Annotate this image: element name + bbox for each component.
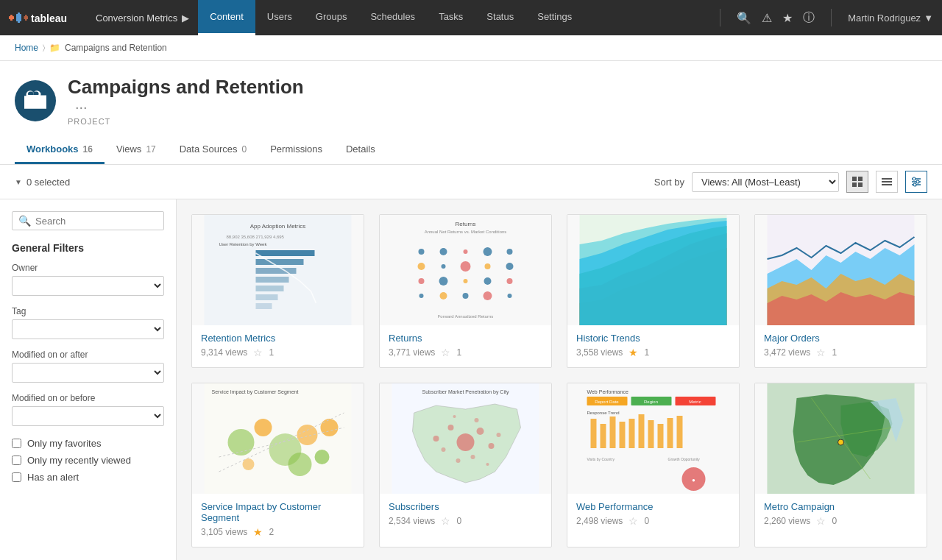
star-button[interactable]: ☆ <box>441 347 450 358</box>
modified-before-select[interactable] <box>12 406 164 426</box>
owner-select[interactable] <box>12 276 164 296</box>
workbook-card[interactable]: Metro Campaign 2,260 views ☆ 0 <box>754 383 927 547</box>
project-ellipsis-menu[interactable]: ··· <box>75 99 88 115</box>
has-alert-checkbox[interactable] <box>12 472 21 482</box>
star-button[interactable]: ☆ <box>628 515 638 527</box>
modified-after-label: Modified on or after <box>12 350 164 360</box>
workbook-card[interactable]: Returns Annual Net Returns vs. Market Co… <box>379 214 552 368</box>
search-icon[interactable]: 🔍 <box>737 11 751 25</box>
svg-rect-29 <box>256 294 278 300</box>
tag-select[interactable] <box>12 319 164 339</box>
svg-rect-103 <box>620 422 626 448</box>
nav-divider <box>720 9 720 26</box>
card-info: Metro Campaign 2,260 views ☆ 0 <box>755 494 927 536</box>
svg-text:Web Performance: Web Performance <box>587 389 628 394</box>
card-title[interactable]: Historic Trends <box>576 333 730 344</box>
recently-viewed-checkbox-item[interactable]: Only my recently viewed <box>12 455 164 466</box>
user-menu-arrow: ▼ <box>924 13 933 24</box>
svg-point-82 <box>471 455 475 459</box>
card-title[interactable]: Subscribers <box>389 501 542 512</box>
breadcrumb-folder-icon: 📁 <box>49 43 60 53</box>
modified-before-group: Modified on or before <box>12 393 164 426</box>
nav-tab-groups[interactable]: Groups <box>304 0 359 35</box>
card-views: 2,534 views <box>389 516 435 526</box>
recently-viewed-checkbox[interactable] <box>12 456 21 465</box>
svg-text:Service Impact by Customer Seg: Service Impact by Customer Segment <box>212 389 299 395</box>
svg-rect-24 <box>256 250 315 256</box>
svg-rect-30 <box>256 303 272 309</box>
favorites-icon[interactable]: ★ <box>782 11 793 25</box>
selected-info[interactable]: ▼ 0 selected <box>15 177 70 188</box>
tab-views[interactable]: Views 17 <box>105 136 168 164</box>
sort-select[interactable]: Views: All (Most–Least) Views: All (Leas… <box>692 172 839 192</box>
star-button[interactable]: ☆ <box>816 347 826 358</box>
workbook-card[interactable]: Service Impact by Customer Segment Se <box>191 383 364 547</box>
card-title[interactable]: Major Orders <box>764 333 918 344</box>
star-button[interactable]: ☆ <box>441 515 450 527</box>
tag-label: Tag <box>12 306 164 316</box>
card-title[interactable]: Metro Campaign <box>764 501 918 512</box>
tab-views-label: Views <box>116 143 141 155</box>
card-meta: 2,534 views ☆ 0 <box>389 515 542 527</box>
info-icon[interactable]: ⓘ <box>803 10 815 26</box>
site-name-label: Conversion Metrics <box>96 13 177 24</box>
tab-workbooks-count: 16 <box>83 144 93 155</box>
checkbox-group: Only my favorites Only my recently viewe… <box>12 438 164 483</box>
card-thumbnail: App Adoption Metrics 88,902 35,608 271,9… <box>192 215 364 325</box>
search-input[interactable] <box>35 216 159 227</box>
modified-before-label: Modified on or before <box>12 393 164 403</box>
card-info: Web Performance 2,498 views ☆ 0 <box>567 494 739 536</box>
user-menu[interactable]: Martin Rodriguez ▼ <box>848 13 933 24</box>
svg-rect-109 <box>677 416 683 448</box>
card-views: 3,105 views <box>201 527 247 537</box>
star-count: 1 <box>456 347 461 358</box>
svg-point-34 <box>419 249 425 255</box>
favorites-checkbox-item[interactable]: Only my favorites <box>12 438 164 449</box>
tab-workbooks[interactable]: Workbooks 16 <box>15 136 105 164</box>
nav-tab-users[interactable]: Users <box>255 0 304 35</box>
tab-details-label: Details <box>346 143 375 155</box>
tableau-logo[interactable]: tableau <box>9 7 75 28</box>
star-button[interactable]: ★ <box>628 347 638 358</box>
star-button[interactable]: ☆ <box>253 347 263 358</box>
workbook-card[interactable]: Web Performance Report Date Region Metri… <box>567 383 740 547</box>
star-count: 0 <box>832 516 837 526</box>
nav-tab-status[interactable]: Status <box>475 0 525 35</box>
svg-rect-107 <box>658 424 664 448</box>
nav-tab-schedules[interactable]: Schedules <box>358 0 427 35</box>
modified-after-select[interactable] <box>12 363 164 383</box>
star-button[interactable]: ☆ <box>816 515 826 527</box>
card-title[interactable]: Returns <box>389 333 542 344</box>
nav-tab-settings[interactable]: Settings <box>525 0 584 35</box>
star-button[interactable]: ★ <box>253 526 263 538</box>
card-title[interactable]: Web Performance <box>576 501 730 512</box>
current-site-nav[interactable]: Conversion Metrics ▶ <box>87 13 198 24</box>
breadcrumb-home[interactable]: Home <box>15 43 38 53</box>
card-title[interactable]: Service Impact by Customer Segment <box>201 501 355 523</box>
list-view-button[interactable] <box>876 171 898 193</box>
filter-button[interactable] <box>905 171 927 193</box>
card-thumbnail: Web Performance Report Date Region Metri… <box>567 383 739 494</box>
workbook-card[interactable]: Major Orders 3,472 views ☆ 1 <box>754 214 927 368</box>
project-icon <box>15 80 56 121</box>
tab-details[interactable]: Details <box>334 136 387 164</box>
nav-tab-tasks[interactable]: Tasks <box>427 0 475 35</box>
svg-point-42 <box>485 263 491 269</box>
has-alert-checkbox-item[interactable]: Has an alert <box>12 472 164 483</box>
nav-tab-content[interactable]: Content <box>198 0 255 35</box>
card-thumbnail: Subscriber Market Penetration by City <box>380 383 551 494</box>
alert-icon[interactable]: ⚠ <box>762 11 772 25</box>
card-title[interactable]: Retention Metrics <box>201 333 355 344</box>
workbook-card[interactable]: App Adoption Metrics 88,902 35,608 271,9… <box>191 214 364 368</box>
grid-view-button[interactable] <box>846 171 868 193</box>
svg-point-47 <box>484 277 492 285</box>
tab-data-sources[interactable]: Data Sources 0 <box>168 136 258 164</box>
top-nav: tableau Conversion Metrics ▶ Content Use… <box>0 0 942 35</box>
card-views: 2,260 views <box>764 516 810 526</box>
workbook-card[interactable]: Subscriber Market Penetration by City <box>379 383 552 547</box>
favorites-checkbox-label: Only my favorites <box>27 438 101 449</box>
workbook-card[interactable]: Historic Trends 3,558 views ★ 1 <box>567 214 740 368</box>
tab-permissions[interactable]: Permissions <box>258 136 334 164</box>
favorites-checkbox[interactable] <box>12 439 21 448</box>
nav-divider-2 <box>831 9 832 26</box>
